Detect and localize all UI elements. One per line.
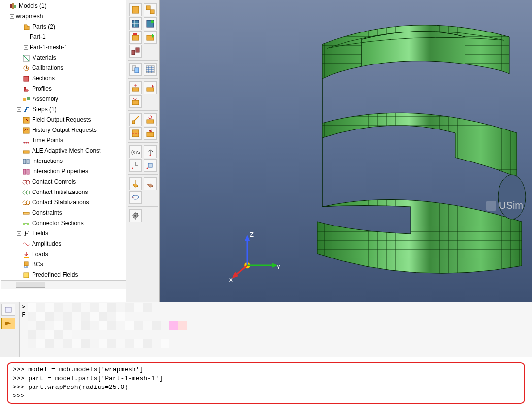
tree-label: Parts (2) — [33, 22, 55, 32]
svg-rect-55 — [148, 163, 152, 167]
tree-item-part-1-mesh-1[interactable]: + Part-1-mesh-1 — [24, 42, 126, 53]
viewport-3d[interactable]: Z Y X USim — [160, 0, 532, 302]
tree-item-contact-init[interactable]: Contact Initializations — [17, 187, 126, 197]
tree-item-interaction-props[interactable]: Interaction Properties — [17, 166, 126, 177]
tree-item-amplitudes[interactable]: Amplitudes — [17, 239, 126, 249]
svg-rect-16 — [23, 169, 26, 174]
tool-query[interactable] — [129, 63, 142, 76]
tree-model-wrapmesh[interactable]: − wrapmesh — [10, 11, 126, 22]
coordinate-triad: Z Y X — [229, 229, 283, 283]
tree-item-contact-controls[interactable]: Contact Controls — [17, 177, 126, 187]
tool-datum-axis[interactable] — [144, 81, 157, 94]
tree-label: BCs — [32, 259, 43, 270]
tree-item-interactions[interactable]: Interactions — [17, 156, 126, 166]
calibrations-icon — [22, 64, 30, 72]
tool-partition-cell[interactable] — [129, 127, 142, 140]
tree-horizontal-scrollbar[interactable] — [1, 280, 126, 289]
tool-color-code[interactable] — [129, 177, 142, 190]
svg-marker-73 — [5, 322, 11, 325]
tree-item-history-output[interactable]: History Output Requests — [17, 125, 126, 135]
tool-part-display[interactable] — [144, 17, 157, 30]
tool-csys-pick[interactable] — [144, 145, 157, 158]
tree-item-constraints[interactable]: Constraints — [17, 208, 126, 218]
message-line-prefix: > — [22, 303, 25, 310]
tool-datum-plane[interactable] — [129, 81, 142, 94]
tree-root-models[interactable]: − Models (1) — [3, 1, 126, 11]
tree-item-steps[interactable]: +Steps (1) — [17, 104, 126, 115]
highlighted-code-block: >>> model = mdb.models['wrapmesh'] >>> p… — [7, 362, 525, 404]
tree-item-materials[interactable]: Materials — [17, 53, 126, 63]
message-log[interactable]: > F — [20, 302, 532, 357]
tree-item-contact-stab[interactable]: Contact Stabilizations — [17, 197, 126, 208]
svg-rect-28 — [24, 262, 28, 266]
expander-icon[interactable]: − — [10, 14, 14, 19]
svg-rect-17 — [27, 169, 29, 174]
tree-item-profiles[interactable]: Profiles — [17, 84, 126, 94]
tree-item-fields[interactable]: +FFields — [17, 228, 126, 239]
expander-icon[interactable]: − — [17, 25, 21, 29]
cli-line: >>> part = model.parts['Part-1-mesh-1'] — [13, 374, 519, 383]
expander-icon[interactable]: + — [24, 35, 28, 39]
tree-item-calibrations[interactable]: Calibrations — [17, 63, 126, 73]
tree-item-loads[interactable]: Loads — [17, 249, 126, 259]
tree-item-sections[interactable]: Sections — [17, 73, 126, 84]
tree-item-assembly[interactable]: +Assembly — [17, 94, 126, 104]
ale-icon — [22, 147, 30, 155]
tree-item-ale[interactable]: ALE Adaptive Mesh Const — [17, 146, 126, 156]
interactions-icon — [22, 158, 30, 165]
svg-rect-14 — [23, 159, 26, 164]
tool-part-assembly[interactable] — [129, 45, 142, 58]
svg-marker-64 — [245, 235, 250, 241]
tool-partition-edge[interactable] — [144, 113, 157, 126]
tree-label: Amplitudes — [32, 239, 61, 249]
tree-item-bcs[interactable]: BCs — [17, 259, 126, 270]
expander-icon[interactable]: + — [17, 97, 21, 101]
meshed-part-graphic — [288, 10, 532, 286]
tool-part-manager[interactable] — [144, 3, 157, 16]
svg-text:F: F — [24, 230, 29, 237]
tool-partition-cut[interactable] — [144, 127, 157, 140]
tree-item-connector[interactable]: Connector Sections — [17, 218, 126, 228]
message-filter-info[interactable] — [1, 304, 15, 316]
tool-create-part[interactable] — [129, 3, 142, 16]
svg-point-10 — [24, 142, 25, 143]
python-cli[interactable]: >>> model = mdb.models['wrapmesh'] >>> p… — [0, 357, 532, 419]
steps-icon — [23, 106, 31, 114]
svg-point-56 — [146, 168, 148, 169]
tree-item-parts[interactable]: − Parts (2) — [17, 22, 126, 32]
tool-datum-csys[interactable] — [129, 95, 142, 108]
assembly-icon — [23, 96, 31, 103]
tree-item-predef[interactable]: Predefined Fields — [17, 270, 126, 280]
svg-rect-0 — [10, 4, 12, 8]
svg-rect-32 — [150, 10, 154, 14]
tool-csys-point[interactable] — [144, 159, 157, 172]
tree-item-field-output[interactable]: Field Output Requests — [17, 115, 126, 125]
message-filter-warning[interactable] — [1, 318, 15, 329]
message-line-prefix: F — [22, 311, 25, 318]
svg-point-54 — [132, 168, 133, 169]
watermark-icon — [486, 201, 496, 211]
svg-point-19 — [26, 180, 30, 184]
tool-wire[interactable] — [144, 177, 157, 190]
tool-part-attributes[interactable] — [129, 17, 142, 30]
svg-rect-47 — [132, 121, 135, 124]
tree-label: Contact Initializations — [32, 187, 88, 197]
tool-settings[interactable] — [129, 209, 142, 222]
tool-xyz-label[interactable]: (XYZ) — [129, 145, 142, 158]
expander-icon[interactable]: + — [24, 45, 28, 50]
tool-part-2[interactable] — [144, 31, 157, 44]
svg-point-53 — [149, 155, 151, 156]
expander-icon[interactable]: − — [3, 4, 7, 8]
svg-rect-7 — [27, 97, 30, 100]
tool-part-1[interactable] — [129, 31, 142, 44]
expander-icon[interactable]: + — [17, 231, 21, 236]
tree-item-time-points[interactable]: Time Points — [17, 135, 126, 146]
tree-label: Calibrations — [32, 63, 63, 73]
svg-text:(XYZ): (XYZ) — [131, 150, 140, 155]
tree-item-part-1[interactable]: + Part-1 — [24, 32, 126, 42]
tool-rotate-view[interactable] — [129, 191, 142, 204]
expander-icon[interactable]: + — [17, 107, 21, 112]
tool-reference[interactable] — [144, 63, 157, 76]
tool-partition-face[interactable] — [129, 113, 142, 126]
tool-csys-edit[interactable] — [129, 159, 142, 172]
